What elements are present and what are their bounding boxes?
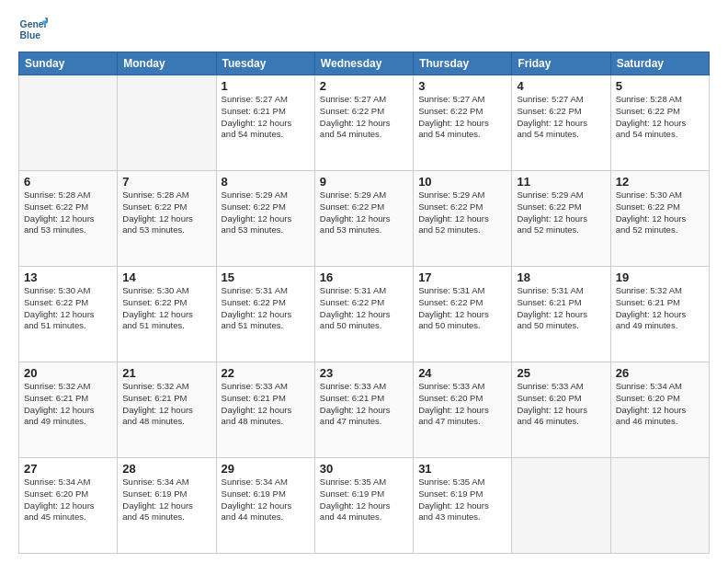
header: General Blue xyxy=(18,15,710,44)
day-number: 3 xyxy=(418,79,506,93)
day-number: 4 xyxy=(517,79,605,93)
day-info: Sunrise: 5:27 AM Sunset: 6:22 PM Dayligh… xyxy=(320,94,408,141)
calendar-cell: 9Sunrise: 5:29 AM Sunset: 6:22 PM Daylig… xyxy=(314,171,413,267)
calendar-cell: 23Sunrise: 5:33 AM Sunset: 6:21 PM Dayli… xyxy=(314,362,413,458)
day-number: 28 xyxy=(122,462,210,476)
calendar-cell xyxy=(610,458,709,554)
day-info: Sunrise: 5:27 AM Sunset: 6:21 PM Dayligh… xyxy=(222,94,310,141)
calendar-cell: 2Sunrise: 5:27 AM Sunset: 6:22 PM Daylig… xyxy=(314,75,413,171)
calendar-cell: 25Sunrise: 5:33 AM Sunset: 6:20 PM Dayli… xyxy=(512,362,610,458)
day-number: 17 xyxy=(418,270,506,284)
day-info: Sunrise: 5:34 AM Sunset: 6:20 PM Dayligh… xyxy=(616,381,704,428)
calendar-week-row-1: 1Sunrise: 5:27 AM Sunset: 6:21 PM Daylig… xyxy=(19,75,710,171)
day-number: 2 xyxy=(320,79,408,93)
day-info: Sunrise: 5:35 AM Sunset: 6:19 PM Dayligh… xyxy=(418,477,506,523)
day-info: Sunrise: 5:33 AM Sunset: 6:21 PM Dayligh… xyxy=(222,381,310,428)
day-info: Sunrise: 5:30 AM Sunset: 6:22 PM Dayligh… xyxy=(616,190,704,236)
calendar-cell: 24Sunrise: 5:33 AM Sunset: 6:20 PM Dayli… xyxy=(414,362,512,458)
page: General Blue SundayMondayTuesdayWednesda… xyxy=(0,0,728,563)
calendar-cell: 31Sunrise: 5:35 AM Sunset: 6:19 PM Dayli… xyxy=(414,458,512,554)
calendar-cell: 15Sunrise: 5:31 AM Sunset: 6:22 PM Dayli… xyxy=(216,267,314,362)
calendar-week-row-5: 27Sunrise: 5:34 AM Sunset: 6:20 PM Dayli… xyxy=(19,458,710,554)
calendar-cell: 22Sunrise: 5:33 AM Sunset: 6:21 PM Dayli… xyxy=(216,362,314,458)
weekday-header-monday: Monday xyxy=(118,52,216,75)
day-info: Sunrise: 5:29 AM Sunset: 6:22 PM Dayligh… xyxy=(222,190,310,236)
day-number: 26 xyxy=(616,366,704,380)
day-info: Sunrise: 5:33 AM Sunset: 6:21 PM Dayligh… xyxy=(320,381,408,428)
svg-text:Blue: Blue xyxy=(20,30,41,40)
day-info: Sunrise: 5:32 AM Sunset: 6:21 PM Dayligh… xyxy=(122,381,210,428)
day-number: 9 xyxy=(320,175,408,189)
calendar-cell: 10Sunrise: 5:29 AM Sunset: 6:22 PM Dayli… xyxy=(414,171,512,267)
day-info: Sunrise: 5:31 AM Sunset: 6:22 PM Dayligh… xyxy=(320,285,408,332)
day-number: 20 xyxy=(24,366,112,380)
calendar-table: SundayMondayTuesdayWednesdayThursdayFrid… xyxy=(18,52,710,554)
day-number: 8 xyxy=(222,175,310,189)
calendar-cell: 17Sunrise: 5:31 AM Sunset: 6:22 PM Dayli… xyxy=(414,267,512,362)
calendar-cell: 28Sunrise: 5:34 AM Sunset: 6:19 PM Dayli… xyxy=(118,458,216,554)
calendar-cell: 21Sunrise: 5:32 AM Sunset: 6:21 PM Dayli… xyxy=(118,362,216,458)
calendar-cell: 11Sunrise: 5:29 AM Sunset: 6:22 PM Dayli… xyxy=(512,171,610,267)
day-number: 14 xyxy=(122,270,210,284)
day-number: 24 xyxy=(418,366,506,380)
day-info: Sunrise: 5:34 AM Sunset: 6:19 PM Dayligh… xyxy=(222,477,310,523)
day-number: 23 xyxy=(320,366,408,380)
calendar-cell: 1Sunrise: 5:27 AM Sunset: 6:21 PM Daylig… xyxy=(216,75,314,171)
day-info: Sunrise: 5:32 AM Sunset: 6:21 PM Dayligh… xyxy=(616,285,704,332)
weekday-header-thursday: Thursday xyxy=(414,52,512,75)
weekday-header-friday: Friday xyxy=(512,52,610,75)
day-info: Sunrise: 5:29 AM Sunset: 6:22 PM Dayligh… xyxy=(418,190,506,236)
weekday-header-wednesday: Wednesday xyxy=(314,52,413,75)
calendar-cell: 5Sunrise: 5:28 AM Sunset: 6:22 PM Daylig… xyxy=(610,75,709,171)
logo: General Blue xyxy=(18,15,51,44)
day-info: Sunrise: 5:34 AM Sunset: 6:19 PM Dayligh… xyxy=(122,477,210,523)
day-info: Sunrise: 5:27 AM Sunset: 6:22 PM Dayligh… xyxy=(517,94,605,141)
calendar-cell: 26Sunrise: 5:34 AM Sunset: 6:20 PM Dayli… xyxy=(610,362,709,458)
day-info: Sunrise: 5:27 AM Sunset: 6:22 PM Dayligh… xyxy=(418,94,506,141)
day-info: Sunrise: 5:30 AM Sunset: 6:22 PM Dayligh… xyxy=(24,285,112,332)
day-number: 21 xyxy=(122,366,210,380)
calendar-cell: 19Sunrise: 5:32 AM Sunset: 6:21 PM Dayli… xyxy=(610,267,709,362)
weekday-header-saturday: Saturday xyxy=(610,52,709,75)
calendar-cell: 8Sunrise: 5:29 AM Sunset: 6:22 PM Daylig… xyxy=(216,171,314,267)
day-info: Sunrise: 5:34 AM Sunset: 6:20 PM Dayligh… xyxy=(24,477,112,523)
day-info: Sunrise: 5:33 AM Sunset: 6:20 PM Dayligh… xyxy=(517,381,605,428)
day-info: Sunrise: 5:32 AM Sunset: 6:21 PM Dayligh… xyxy=(24,381,112,428)
day-number: 10 xyxy=(418,175,506,189)
day-number: 31 xyxy=(418,462,506,476)
calendar-cell xyxy=(512,458,610,554)
calendar-cell xyxy=(19,75,118,171)
day-info: Sunrise: 5:31 AM Sunset: 6:22 PM Dayligh… xyxy=(418,285,506,332)
weekday-header-sunday: Sunday xyxy=(19,52,118,75)
calendar-cell: 18Sunrise: 5:31 AM Sunset: 6:21 PM Dayli… xyxy=(512,267,610,362)
day-number: 19 xyxy=(616,270,704,284)
day-info: Sunrise: 5:29 AM Sunset: 6:22 PM Dayligh… xyxy=(517,190,605,236)
day-number: 13 xyxy=(24,270,112,284)
day-number: 22 xyxy=(222,366,310,380)
day-number: 30 xyxy=(320,462,408,476)
day-number: 6 xyxy=(24,175,112,189)
calendar-cell: 3Sunrise: 5:27 AM Sunset: 6:22 PM Daylig… xyxy=(414,75,512,171)
weekday-header-tuesday: Tuesday xyxy=(216,52,314,75)
calendar-cell: 20Sunrise: 5:32 AM Sunset: 6:21 PM Dayli… xyxy=(19,362,118,458)
day-info: Sunrise: 5:31 AM Sunset: 6:22 PM Dayligh… xyxy=(222,285,310,332)
calendar-cell: 4Sunrise: 5:27 AM Sunset: 6:22 PM Daylig… xyxy=(512,75,610,171)
calendar-week-row-2: 6Sunrise: 5:28 AM Sunset: 6:22 PM Daylig… xyxy=(19,171,710,267)
day-number: 18 xyxy=(517,270,605,284)
day-number: 16 xyxy=(320,270,408,284)
calendar-cell: 6Sunrise: 5:28 AM Sunset: 6:22 PM Daylig… xyxy=(19,171,118,267)
calendar-cell xyxy=(118,75,216,171)
logo-icon: General Blue xyxy=(18,15,48,44)
calendar-cell: 12Sunrise: 5:30 AM Sunset: 6:22 PM Dayli… xyxy=(610,171,709,267)
calendar-week-row-3: 13Sunrise: 5:30 AM Sunset: 6:22 PM Dayli… xyxy=(19,267,710,362)
day-number: 29 xyxy=(222,462,310,476)
calendar-cell: 30Sunrise: 5:35 AM Sunset: 6:19 PM Dayli… xyxy=(314,458,413,554)
day-number: 5 xyxy=(616,79,704,93)
calendar-week-row-4: 20Sunrise: 5:32 AM Sunset: 6:21 PM Dayli… xyxy=(19,362,710,458)
calendar-cell: 27Sunrise: 5:34 AM Sunset: 6:20 PM Dayli… xyxy=(19,458,118,554)
day-info: Sunrise: 5:31 AM Sunset: 6:21 PM Dayligh… xyxy=(517,285,605,332)
day-info: Sunrise: 5:30 AM Sunset: 6:22 PM Dayligh… xyxy=(122,285,210,332)
day-number: 12 xyxy=(616,175,704,189)
day-number: 27 xyxy=(24,462,112,476)
day-info: Sunrise: 5:35 AM Sunset: 6:19 PM Dayligh… xyxy=(320,477,408,523)
